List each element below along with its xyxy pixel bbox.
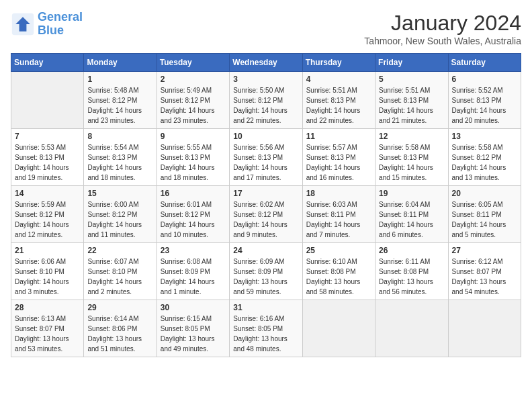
day-info: Sunrise: 6:09 AM Sunset: 8:09 PM Dayligh… [233,257,298,297]
daylight: Daylight: 14 hours and 20 minutes. [452,107,506,124]
daylight: Daylight: 14 hours and 1 minute. [161,278,215,295]
sunset: Sunset: 8:07 PM [15,325,64,332]
sunrise: Sunrise: 6:05 AM [452,201,503,208]
calendar-week-1: 1 Sunrise: 5:48 AM Sunset: 8:12 PM Dayli… [11,72,521,129]
sunset: Sunset: 8:07 PM [452,268,502,275]
day-info: Sunrise: 6:13 AM Sunset: 8:07 PM Dayligh… [15,314,80,354]
sunset: Sunset: 8:12 PM [233,97,283,104]
day-info: Sunrise: 5:56 AM Sunset: 8:13 PM Dayligh… [233,142,298,183]
calendar-cell: 13 Sunrise: 5:58 AM Sunset: 8:12 PM Dayl… [448,129,521,186]
calendar-cell: 11 Sunrise: 5:57 AM Sunset: 8:13 PM Dayl… [302,129,375,186]
sunrise: Sunrise: 5:58 AM [379,144,430,151]
header-thursday: Thursday [302,54,375,72]
header-row: Sunday Monday Tuesday Wednesday Thursday… [11,54,521,72]
day-number: 6 [452,75,517,84]
logo: General Blue [11,11,83,38]
day-info: Sunrise: 6:08 AM Sunset: 8:09 PM Dayligh… [161,257,226,297]
calendar-week-5: 28 Sunrise: 6:13 AM Sunset: 8:07 PM Dayl… [11,300,521,357]
header-saturday: Saturday [448,54,521,72]
day-number: 25 [306,246,371,255]
sunset: Sunset: 8:12 PM [87,97,137,104]
sunset: Sunset: 8:12 PM [161,97,210,104]
sunrise: Sunrise: 6:07 AM [87,258,138,265]
calendar-week-4: 21 Sunrise: 6:06 AM Sunset: 8:10 PM Dayl… [11,243,521,300]
day-number: 2 [161,75,226,84]
day-number: 16 [161,189,226,198]
day-number: 21 [15,246,80,255]
sunset: Sunset: 8:11 PM [306,211,356,218]
day-number: 15 [87,189,152,198]
sunset: Sunset: 8:05 PM [161,325,210,332]
day-info: Sunrise: 5:55 AM Sunset: 8:13 PM Dayligh… [161,142,226,183]
day-info: Sunrise: 5:59 AM Sunset: 8:12 PM Dayligh… [15,199,80,240]
calendar-cell [448,300,521,357]
sunrise: Sunrise: 6:09 AM [233,258,284,265]
calendar-cell: 29 Sunrise: 6:14 AM Sunset: 8:06 PM Dayl… [84,300,157,357]
day-number: 24 [233,246,298,255]
sunrise: Sunrise: 6:01 AM [161,201,212,208]
day-info: Sunrise: 6:07 AM Sunset: 8:10 PM Dayligh… [87,257,152,297]
day-info: Sunrise: 6:11 AM Sunset: 8:08 PM Dayligh… [379,257,444,297]
sunrise: Sunrise: 5:57 AM [306,144,357,151]
daylight: Daylight: 14 hours and 15 minutes. [379,164,433,181]
day-number: 30 [161,303,226,312]
calendar-cell: 8 Sunrise: 5:54 AM Sunset: 8:13 PM Dayli… [84,129,157,186]
day-number: 20 [452,189,517,198]
logo-line1: General [38,10,83,24]
sunrise: Sunrise: 5:56 AM [233,144,284,151]
sunset: Sunset: 8:12 PM [233,211,283,218]
daylight: Daylight: 13 hours and 48 minutes. [233,335,287,353]
day-info: Sunrise: 6:15 AM Sunset: 8:05 PM Dayligh… [161,314,226,354]
sunset: Sunset: 8:11 PM [452,211,502,218]
day-number: 3 [233,75,298,84]
sunrise: Sunrise: 6:00 AM [87,201,138,208]
calendar-cell: 26 Sunrise: 6:11 AM Sunset: 8:08 PM Dayl… [375,243,448,300]
sunset: Sunset: 8:13 PM [306,154,356,161]
sunset: Sunset: 8:13 PM [15,154,64,161]
sunrise: Sunrise: 5:52 AM [452,87,503,94]
sunset: Sunset: 8:12 PM [161,211,210,218]
sunset: Sunset: 8:12 PM [452,154,502,161]
calendar-title: January 2024 [364,11,521,36]
daylight: Daylight: 14 hours and 19 minutes. [15,164,69,181]
day-info: Sunrise: 6:00 AM Sunset: 8:12 PM Dayligh… [87,199,152,240]
sunrise: Sunrise: 5:49 AM [161,87,212,94]
day-number: 31 [233,303,298,312]
sunset: Sunset: 8:13 PM [452,97,502,104]
sunrise: Sunrise: 5:51 AM [379,87,430,94]
sunset: Sunset: 8:10 PM [87,268,137,275]
day-info: Sunrise: 5:48 AM Sunset: 8:12 PM Dayligh… [87,85,152,126]
sunset: Sunset: 8:06 PM [87,325,137,332]
day-number: 28 [15,303,80,312]
daylight: Daylight: 13 hours and 53 minutes. [15,335,69,353]
day-info: Sunrise: 6:14 AM Sunset: 8:06 PM Dayligh… [87,314,152,354]
day-number: 13 [452,132,517,141]
sunset: Sunset: 8:13 PM [161,154,210,161]
day-info: Sunrise: 6:16 AM Sunset: 8:05 PM Dayligh… [233,314,298,354]
day-number: 11 [306,132,371,141]
sunset: Sunset: 8:13 PM [87,154,137,161]
day-number: 14 [15,189,80,198]
day-number: 27 [452,246,517,255]
day-info: Sunrise: 5:58 AM Sunset: 8:12 PM Dayligh… [452,142,517,183]
sunrise: Sunrise: 6:03 AM [306,201,357,208]
daylight: Daylight: 14 hours and 7 minutes. [306,221,361,238]
header-wednesday: Wednesday [230,54,302,72]
daylight: Daylight: 14 hours and 22 minutes. [306,107,361,124]
sunset: Sunset: 8:05 PM [233,325,283,332]
day-number: 18 [306,189,371,198]
daylight: Daylight: 14 hours and 13 minutes. [452,164,506,181]
day-number: 5 [379,75,444,84]
day-info: Sunrise: 6:01 AM Sunset: 8:12 PM Dayligh… [161,199,226,240]
calendar-cell: 7 Sunrise: 5:53 AM Sunset: 8:13 PM Dayli… [11,129,84,186]
calendar-cell: 23 Sunrise: 6:08 AM Sunset: 8:09 PM Dayl… [157,243,229,300]
day-info: Sunrise: 6:06 AM Sunset: 8:10 PM Dayligh… [15,257,80,297]
sunset: Sunset: 8:13 PM [379,154,429,161]
daylight: Daylight: 14 hours and 3 minutes. [15,278,69,295]
sunrise: Sunrise: 5:58 AM [452,144,503,151]
day-number: 1 [87,75,152,84]
calendar-cell [11,72,84,129]
calendar-cell: 22 Sunrise: 6:07 AM Sunset: 8:10 PM Dayl… [84,243,157,300]
calendar-cell: 1 Sunrise: 5:48 AM Sunset: 8:12 PM Dayli… [84,72,157,129]
day-number: 17 [233,189,298,198]
